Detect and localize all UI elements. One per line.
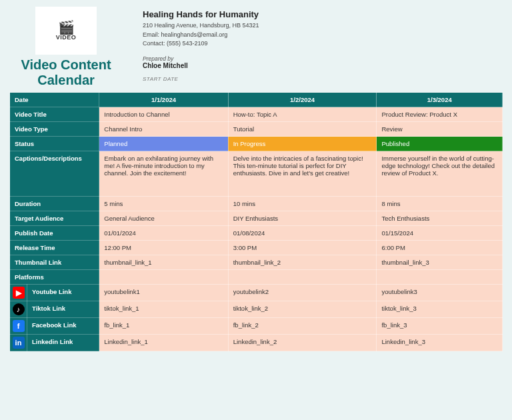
cell-facebook: fb_link_2 <box>228 318 377 335</box>
tiktok-icon: ♪ <box>13 303 25 315</box>
cell-title: Product Review: Product X <box>377 107 503 122</box>
title-line-1: Video Content <box>21 57 111 72</box>
youtube-icon-cell: ▶ <box>10 285 27 301</box>
cell-linkedin: Linkedin_link_2 <box>228 335 377 351</box>
cell-release: 6:00 PM <box>377 241 503 255</box>
label-platforms: Platforms <box>10 270 99 285</box>
label-youtube: Youtube Link <box>27 285 99 301</box>
cell-status: Published <box>377 137 503 151</box>
cell-duration: 10 mins <box>228 197 377 211</box>
cell-platforms-empty <box>99 270 228 285</box>
cell-tiktok: tiktok_link_2 <box>228 301 377 318</box>
label-type: Video Type <box>10 122 99 137</box>
cell-target: General Audience <box>99 211 228 226</box>
page-title: Video Content Calendar <box>9 57 123 88</box>
org-name: Healing Hands for Humanity <box>143 9 259 19</box>
org-contact: Contact: (555) 543-2109 <box>143 39 259 49</box>
header: 🎬 VIDEO Video Content Calendar Healing H… <box>0 0 512 92</box>
label-duration: Duration <box>10 197 99 211</box>
cell-title: Introduction to Channel <box>99 107 228 122</box>
label-tiktok: Tiktok Link <box>27 301 99 318</box>
youtube-icon: ▶ <box>13 287 25 299</box>
facebook-icon-cell: f <box>10 318 27 335</box>
org-address: 210 Healing Avenue, Handsburg, HB 54321 <box>143 21 259 31</box>
cell-type: Tutorial <box>228 122 377 137</box>
cell-status: In Progress <box>228 137 377 151</box>
label-facebook: Facebook Link <box>27 318 99 335</box>
title-line-2: Calendar <box>37 73 95 87</box>
cell-thumb: thumbnail_link_2 <box>228 255 377 270</box>
tiktok-icon-cell: ♪ <box>10 301 27 318</box>
label-thumb: Thumbnail Link <box>10 255 99 270</box>
cell-caption: Embark on an exhilarating journey with m… <box>99 151 228 197</box>
cell-linkedin: Linkedin_link_3 <box>377 335 503 351</box>
cell-facebook: fb_link_1 <box>99 318 228 335</box>
col-date: 1/2/2024 <box>228 93 377 107</box>
cell-youtube: youtubelink3 <box>377 285 503 301</box>
cell-title: How-to: Topic A <box>228 107 377 122</box>
cell-type: Review <box>377 122 503 137</box>
cell-tiktok: tiktok_link_3 <box>377 301 503 318</box>
cell-youtube: youtubelink1 <box>99 285 228 301</box>
cell-caption: Delve into the intricacies of a fascinat… <box>228 151 377 197</box>
linkedin-icon: in <box>13 337 25 349</box>
logo-text: VIDEO <box>56 34 77 41</box>
calendar-table: Date1/1/20241/2/20241/3/2024Video TitleI… <box>9 92 503 351</box>
label-captions: Captions/Descriptions <box>10 151 99 197</box>
cell-publish: 01/15/2024 <box>377 226 503 241</box>
title-block: 🎬 VIDEO Video Content Calendar <box>9 7 123 88</box>
info-block: Healing Hands for Humanity 210 Healing A… <box>143 7 259 88</box>
video-camera-icon: 🎬 <box>58 21 75 34</box>
label-status: Status <box>10 137 99 151</box>
prepared-by-name: Chloe Mitchell <box>143 62 259 69</box>
label-linkedin: Linkedin Link <box>27 335 99 351</box>
cell-publish: 01/08/2024 <box>228 226 377 241</box>
label-release: Release Time <box>10 241 99 255</box>
cell-release: 12:00 PM <box>99 241 228 255</box>
label-publish: Publish Date <box>10 226 99 241</box>
label-date: Date <box>10 93 99 107</box>
col-date: 1/3/2024 <box>377 93 503 107</box>
cell-status: Planned <box>99 137 228 151</box>
label-title: Video Title <box>10 107 99 122</box>
cell-facebook: fb_link_3 <box>377 318 503 335</box>
cell-thumb: thumbnail_link_1 <box>99 255 228 270</box>
prepared-by-label: Prepared by <box>143 55 259 62</box>
cell-release: 3:00 PM <box>228 241 377 255</box>
cell-type: Channel Intro <box>99 122 228 137</box>
start-date-label: START DATE <box>143 76 259 82</box>
cell-publish: 01/01/2024 <box>99 226 228 241</box>
cell-thumb: thumbnail_link_3 <box>377 255 503 270</box>
linkedin-icon-cell: in <box>10 335 27 351</box>
facebook-icon: f <box>13 320 25 332</box>
col-date: 1/1/2024 <box>99 93 228 107</box>
cell-target: Tech Enthusiasts <box>377 211 503 226</box>
logo: 🎬 VIDEO <box>35 7 97 55</box>
cell-target: DIY Enthusiasts <box>228 211 377 226</box>
cell-caption: Immerse yourself in the world of cutting… <box>377 151 503 197</box>
cell-youtube: youtubelink2 <box>228 285 377 301</box>
cell-duration: 8 mins <box>377 197 503 211</box>
cell-platforms-empty <box>228 270 377 285</box>
cell-duration: 5 mins <box>99 197 228 211</box>
cell-tiktok: tiktok_link_1 <box>99 301 228 318</box>
cell-platforms-empty <box>377 270 503 285</box>
label-target: Target Audience <box>10 211 99 226</box>
org-email: Email: healinghands@email.org <box>143 31 259 40</box>
cell-linkedin: Linkedin_link_1 <box>99 335 228 351</box>
